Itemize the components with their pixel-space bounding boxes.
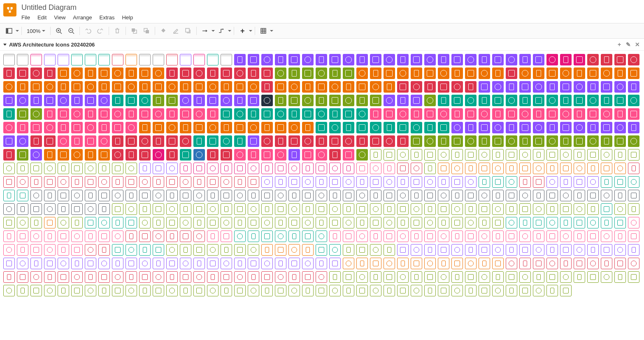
- shape-icon[interactable]: [44, 190, 56, 201]
- shape-icon[interactable]: [207, 108, 219, 120]
- shape-icon[interactable]: [166, 190, 178, 201]
- shape-icon[interactable]: [112, 271, 123, 283]
- shape-icon[interactable]: [126, 149, 137, 161]
- shape-icon[interactable]: [3, 95, 15, 106]
- shape-icon[interactable]: [234, 68, 246, 79]
- shape-icon[interactable]: [316, 95, 327, 106]
- shape-icon[interactable]: [356, 244, 368, 256]
- shape-icon[interactable]: [180, 258, 191, 269]
- shape-icon[interactable]: [465, 135, 477, 147]
- shape-icon[interactable]: [98, 68, 110, 79]
- palette-header[interactable]: AWS Architecture Icons 20240206 + ✎ ✕: [0, 39, 644, 51]
- shape-icon[interactable]: [17, 108, 28, 120]
- shape-icon[interactable]: [329, 68, 341, 79]
- zoom-in-button[interactable]: [53, 25, 65, 37]
- menu-extras[interactable]: Extras: [100, 14, 115, 21]
- shape-icon[interactable]: [438, 108, 449, 120]
- shape-icon[interactable]: [451, 122, 463, 133]
- shape-icon[interactable]: [492, 122, 504, 133]
- shape-icon[interactable]: [30, 176, 42, 188]
- shape-icon[interactable]: [533, 95, 544, 106]
- shape-icon[interactable]: [58, 68, 69, 79]
- shape-icon[interactable]: [98, 203, 110, 215]
- shape-icon[interactable]: [574, 176, 585, 188]
- shape-icon[interactable]: [343, 258, 354, 269]
- shape-icon[interactable]: [275, 149, 286, 161]
- shape-icon[interactable]: [17, 163, 28, 174]
- shape-icon[interactable]: [384, 190, 395, 201]
- shape-icon[interactable]: [370, 68, 381, 79]
- shape-icon[interactable]: [85, 176, 96, 188]
- shape-icon[interactable]: [519, 135, 531, 147]
- shape-icon[interactable]: [574, 122, 585, 133]
- shape-icon[interactable]: [30, 81, 42, 93]
- shape-icon[interactable]: [465, 163, 477, 174]
- shadow-button[interactable]: [182, 25, 194, 37]
- shape-icon[interactable]: [98, 176, 110, 188]
- shape-icon[interactable]: [560, 122, 572, 133]
- shape-icon[interactable]: [329, 231, 341, 242]
- shape-icon[interactable]: [3, 135, 15, 147]
- shape-icon[interactable]: [560, 244, 572, 256]
- shape-icon[interactable]: [343, 81, 354, 93]
- shape-icon[interactable]: [71, 68, 83, 79]
- shape-icon[interactable]: [587, 244, 599, 256]
- shape-icon[interactable]: [506, 108, 517, 120]
- shape-icon[interactable]: [628, 54, 639, 65]
- shape-icon[interactable]: [465, 231, 477, 242]
- shape-icon[interactable]: [71, 203, 83, 215]
- shape-icon[interactable]: [424, 108, 436, 120]
- shape-icon[interactable]: [316, 285, 327, 296]
- shape-icon[interactable]: [3, 54, 15, 65]
- shape-icon[interactable]: [207, 285, 219, 296]
- shape-icon[interactable]: [587, 217, 599, 228]
- menu-view[interactable]: View: [54, 14, 65, 21]
- shape-icon[interactable]: [614, 244, 626, 256]
- shape-icon[interactable]: [384, 231, 395, 242]
- shape-icon[interactable]: [98, 258, 110, 269]
- shape-icon[interactable]: [438, 244, 449, 256]
- shape-icon[interactable]: [207, 203, 219, 215]
- shape-icon[interactable]: [288, 285, 300, 296]
- shape-icon[interactable]: [356, 163, 368, 174]
- shape-icon[interactable]: [139, 190, 151, 201]
- zoom-out-button[interactable]: [65, 25, 77, 37]
- shape-icon[interactable]: [71, 149, 83, 161]
- shape-icon[interactable]: [465, 176, 477, 188]
- shape-icon[interactable]: [329, 163, 341, 174]
- shape-icon[interactable]: [370, 258, 381, 269]
- shape-icon[interactable]: [234, 217, 246, 228]
- shape-icon[interactable]: [492, 95, 504, 106]
- shape-icon[interactable]: [614, 149, 626, 161]
- sidebar-toggle-button[interactable]: [3, 25, 15, 37]
- shape-icon[interactable]: [492, 163, 504, 174]
- shape-icon[interactable]: [126, 258, 137, 269]
- shape-icon[interactable]: [343, 231, 354, 242]
- shape-icon[interactable]: [560, 231, 572, 242]
- shape-icon[interactable]: [492, 231, 504, 242]
- shape-icon[interactable]: [614, 68, 626, 79]
- shape-icon[interactable]: [17, 231, 28, 242]
- shape-icon[interactable]: [343, 176, 354, 188]
- shape-icon[interactable]: [44, 68, 56, 79]
- shape-icon[interactable]: [601, 122, 612, 133]
- shape-icon[interactable]: [288, 135, 300, 147]
- shape-icon[interactable]: [370, 54, 381, 65]
- shape-icon[interactable]: [166, 135, 178, 147]
- shape-icon[interactable]: [248, 95, 259, 106]
- shape-icon[interactable]: [601, 217, 612, 228]
- shape-icon[interactable]: [316, 54, 327, 65]
- shape-icon[interactable]: [58, 231, 69, 242]
- shape-icon[interactable]: [85, 217, 96, 228]
- shape-icon[interactable]: [316, 68, 327, 79]
- shape-icon[interactable]: [126, 163, 137, 174]
- shape-icon[interactable]: [85, 108, 96, 120]
- shape-icon[interactable]: [384, 108, 395, 120]
- shape-icon[interactable]: [519, 231, 531, 242]
- shape-icon[interactable]: [384, 149, 395, 161]
- shape-icon[interactable]: [207, 68, 219, 79]
- shape-icon[interactable]: [560, 217, 572, 228]
- shape-icon[interactable]: [44, 203, 56, 215]
- shape-icon[interactable]: [71, 54, 83, 65]
- shape-icon[interactable]: [546, 122, 558, 133]
